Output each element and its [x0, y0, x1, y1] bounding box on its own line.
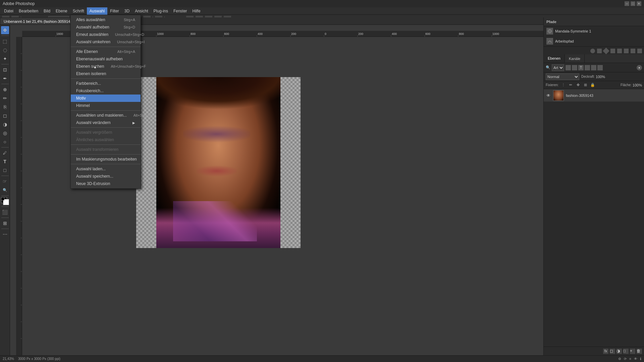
- layer-fx-icon[interactable]: fx: [603, 349, 608, 354]
- menu-farbbereich[interactable]: Farbbereich...: [71, 80, 141, 87]
- menu-auswahl-laden[interactable]: Auswahl laden...: [71, 165, 141, 173]
- filter-smart[interactable]: [591, 65, 596, 70]
- filter-shape[interactable]: [585, 65, 590, 70]
- menu-auswahl-veraendern[interactable]: Auswahl verändern ▶: [71, 119, 141, 126]
- tool-lasso[interactable]: ◌: [1, 46, 9, 54]
- opacity-label: Deckraft:: [581, 75, 595, 78]
- menu-ansicht[interactable]: Ansicht: [132, 7, 151, 15]
- filter-toggle[interactable]: ●: [637, 65, 642, 70]
- path-action-rect3[interactable]: [624, 49, 629, 53]
- layer-type-select[interactable]: Art: [552, 64, 564, 71]
- doc-tab-active[interactable]: Unbenannt-1 bei 21,4% (fashion-3059143 ✕: [0, 18, 80, 24]
- path-action-folder[interactable]: [631, 49, 635, 53]
- status-eye-icon[interactable]: 👁: [634, 357, 637, 361]
- layer-delete-icon[interactable]: 🗑: [637, 349, 642, 354]
- path-icon-arbeitspfad: [546, 38, 553, 45]
- maximize-btn[interactable]: □: [631, 1, 635, 6]
- lock-artboard-icon[interactable]: ⊞: [583, 82, 588, 88]
- lock-all-icon[interactable]: 🔒: [590, 82, 595, 88]
- menu-plugins[interactable]: Plug-ins: [151, 7, 171, 15]
- lock-paint-icon[interactable]: ✏: [568, 82, 573, 88]
- path-action-rect1[interactable]: [610, 49, 615, 53]
- tool-move[interactable]: ✥: [1, 26, 9, 34]
- menu-hilfe[interactable]: Hilfe: [190, 7, 203, 15]
- path-item-arbeitspfad[interactable]: Arbeitspfad: [544, 36, 644, 46]
- filter-pixel[interactable]: [566, 65, 571, 70]
- filter-effects[interactable]: [597, 65, 603, 70]
- tool-text[interactable]: T: [1, 158, 9, 166]
- tool-dodge[interactable]: ○: [1, 138, 9, 146]
- tool-mask-mode[interactable]: ⬛: [1, 208, 9, 216]
- menu-auswahl-aufheben[interactable]: Auswahl aufheben Strg+D: [71, 23, 141, 31]
- menu-alles-auswaehlen[interactable]: Alles auswählen Strg+A: [71, 16, 141, 23]
- tool-eyedropper[interactable]: ✒: [1, 74, 9, 82]
- tool-pen[interactable]: 🖊: [1, 149, 9, 157]
- menu-ebenen-isolieren[interactable]: Ebenen isolieren: [71, 70, 141, 77]
- menu-bild[interactable]: Bild: [41, 7, 53, 15]
- path-label-mandala: Mandala-Symmetrie 1: [555, 29, 591, 33]
- tool-magic-wand[interactable]: ✦: [1, 55, 9, 63]
- menu-alle-ebenen[interactable]: Alle Ebenen Alt+Strg+A: [71, 48, 141, 55]
- layer-group-icon[interactable]: □: [623, 349, 629, 354]
- lock-move-icon[interactable]: ✥: [575, 82, 581, 88]
- tool-healing[interactable]: ⊕: [1, 85, 9, 94]
- menu-auswahl[interactable]: Auswahl: [87, 7, 107, 15]
- tool-crop[interactable]: ⊡: [1, 66, 9, 74]
- layer-mask-icon[interactable]: ◻: [610, 349, 615, 354]
- tool-brush[interactable]: ✏: [1, 94, 9, 102]
- layer-new-icon[interactable]: +: [630, 349, 635, 354]
- layer-row-0[interactable]: 👁 fashion-3059143: [544, 89, 644, 102]
- tool-eraser[interactable]: ◻: [1, 112, 9, 120]
- menu-neue-3d-extrusion[interactable]: Neue 3D-Extrusion: [71, 180, 141, 187]
- menu-fokusbereich[interactable]: Fokusbereich...: [71, 87, 141, 95]
- menu-auswahl-umkehren[interactable]: Auswahl umkehren Umschalt+Strg+I: [71, 38, 141, 46]
- fg-color-swatch[interactable]: [1, 197, 9, 205]
- tool-extras[interactable]: ⋯: [1, 230, 9, 238]
- status-settings-icon[interactable]: ⚙: [618, 357, 621, 361]
- tool-select-rect[interactable]: ⬚: [1, 37, 9, 45]
- minimize-btn[interactable]: ─: [625, 1, 629, 6]
- menu-3d[interactable]: 3D: [122, 7, 132, 15]
- status-layers-icon[interactable]: ≡: [629, 357, 631, 361]
- tab-ebenen[interactable]: Ebenen: [544, 54, 565, 63]
- path-action-trash[interactable]: [637, 49, 642, 53]
- tool-screen-mode[interactable]: ⊞: [1, 219, 9, 227]
- status-bar-right: ⚙ ⟳ ≡ 👁 ℹ: [618, 357, 641, 361]
- status-history-icon[interactable]: ⟳: [624, 357, 627, 361]
- filter-text[interactable]: T: [578, 65, 584, 70]
- menu-motiv[interactable]: Motiv: [71, 95, 141, 102]
- tool-shape[interactable]: □: [1, 166, 9, 174]
- tab-kanaele[interactable]: Kanäle: [565, 54, 585, 63]
- path-action-diamond[interactable]: [603, 48, 609, 54]
- tool-clone[interactable]: ⎘: [1, 103, 9, 111]
- close-btn[interactable]: ✕: [637, 1, 641, 6]
- menu-maskierungsmodus[interactable]: Im Maskierungsmodus bearbeiten: [71, 156, 141, 163]
- layer-adj-icon[interactable]: ◑: [616, 349, 622, 354]
- menu-ebenenauswahl-aufheben[interactable]: Ebenenauswahl aufheben: [71, 55, 141, 63]
- menu-ebenen-suchen[interactable]: Ebenen suchen Alt+Umschalt+Strg+F: [71, 63, 141, 70]
- path-action-circle[interactable]: [590, 49, 595, 53]
- menu-filter[interactable]: Filter: [107, 7, 122, 15]
- menu-auswahl-speichern[interactable]: Auswahl speichern...: [71, 173, 141, 180]
- status-info-icon[interactable]: ℹ: [640, 357, 641, 361]
- menu-auswaehlen-maskieren[interactable]: Auswählen und maskieren... Alt+Strg+R: [71, 112, 141, 119]
- path-item-mandala[interactable]: Mandala-Symmetrie 1: [544, 26, 644, 36]
- menu-ebene[interactable]: Ebene: [53, 7, 70, 15]
- menu-datei[interactable]: Datei: [1, 7, 16, 15]
- lock-transparent-icon[interactable]: ⋮: [560, 82, 566, 88]
- layer-thumbnail: [553, 90, 564, 101]
- layer-visibility-toggle[interactable]: 👁: [546, 93, 551, 98]
- path-action-square[interactable]: [597, 49, 602, 53]
- menu-bearbeiten[interactable]: Bearbeiten: [16, 7, 41, 15]
- filter-adj[interactable]: [572, 65, 577, 70]
- menu-fenster[interactable]: Fenster: [171, 7, 190, 15]
- tool-blur[interactable]: ◎: [1, 129, 9, 137]
- menu-erneut-auswaehlen[interactable]: Erneut auswählen Umschalt+Strg+D: [71, 31, 141, 38]
- tool-zoom[interactable]: 🔍: [1, 186, 9, 194]
- menu-himmel[interactable]: Himmel: [71, 102, 141, 109]
- tool-hand[interactable]: ☞: [1, 177, 9, 185]
- blend-mode-select[interactable]: Normal: [546, 73, 579, 80]
- tool-gradient[interactable]: ◑: [1, 120, 9, 128]
- path-action-rect2[interactable]: [617, 49, 622, 53]
- menu-schrift[interactable]: Schrift: [70, 7, 87, 15]
